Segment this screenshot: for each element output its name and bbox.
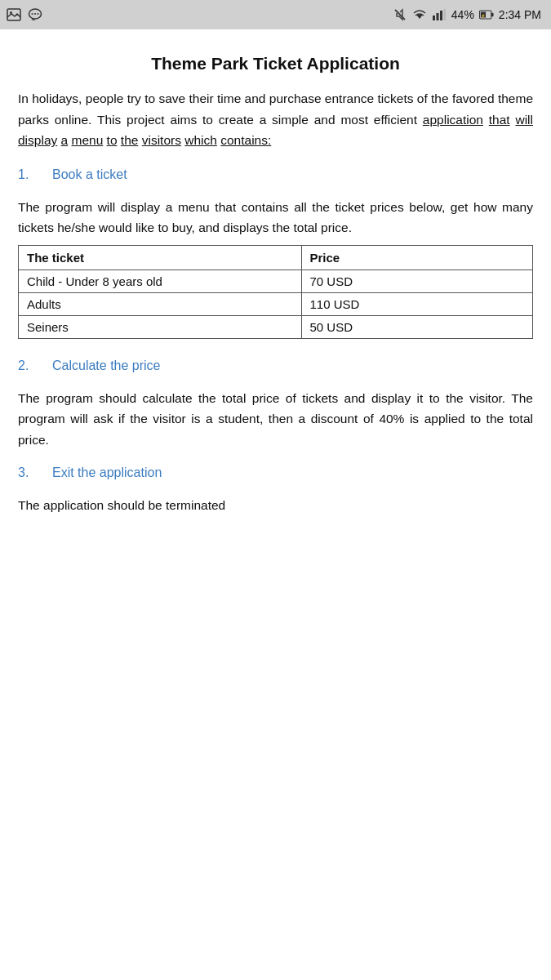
image-icon (7, 7, 21, 22)
battery-icon: ⚡ (479, 7, 494, 22)
table-row: Adults 110 USD (19, 292, 533, 315)
signal-icon (432, 7, 447, 22)
section1-label: Book a ticket (52, 167, 127, 182)
ticket-price-3: 50 USD (301, 315, 533, 338)
section1-description: The program will display a menu that con… (18, 197, 533, 238)
section1-heading: 1. Book a ticket (18, 167, 533, 182)
page-title: Theme Park Ticket Application (18, 54, 533, 74)
svg-rect-11 (443, 9, 446, 20)
svg-rect-13 (491, 13, 494, 17)
ticket-price-2: 110 USD (301, 292, 533, 315)
ticket-table: The ticket Price Child - Under 8 years o… (18, 245, 533, 339)
section2-label: Calculate the price (52, 359, 161, 373)
status-bar-left (7, 7, 42, 22)
section1-number: 1. (18, 167, 38, 182)
ticket-price-1: 70 USD (301, 270, 533, 292)
svg-rect-9 (436, 13, 438, 20)
ticket-type-3: Seiners (19, 315, 302, 338)
table-header-ticket: The ticket (19, 245, 302, 270)
chat-icon (28, 7, 42, 22)
battery-percent: 44% (451, 8, 474, 21)
status-bar: 44% ⚡ 2:34 PM (0, 0, 551, 29)
section3-label: Exit the application (52, 466, 162, 480)
wifi-icon (412, 7, 427, 22)
svg-point-4 (34, 13, 36, 15)
status-bar-right: 44% ⚡ 2:34 PM (393, 7, 541, 22)
section2-heading: 2. Calculate the price (18, 359, 533, 373)
intro-paragraph: In holidays, people try to save their ti… (18, 88, 533, 151)
section3-number: 3. (18, 466, 38, 480)
section2-number: 2. (18, 359, 38, 373)
svg-text:⚡: ⚡ (481, 13, 486, 19)
svg-point-5 (38, 13, 39, 15)
table-row: Child - Under 8 years old 70 USD (19, 270, 533, 292)
mute-icon (393, 7, 407, 22)
section2-description: The program should calculate the total p… (18, 388, 533, 451)
ticket-type-2: Adults (19, 292, 302, 315)
main-content: Theme Park Ticket Application In holiday… (0, 29, 551, 559)
section3-heading: 3. Exit the application (18, 466, 533, 480)
svg-rect-10 (440, 11, 442, 20)
svg-marker-7 (416, 15, 423, 19)
ticket-type-1: Child - Under 8 years old (19, 270, 302, 292)
status-time: 2:34 PM (499, 8, 541, 21)
table-header-row: The ticket Price (19, 245, 533, 270)
svg-point-3 (32, 13, 33, 15)
table-row: Seiners 50 USD (19, 315, 533, 338)
svg-rect-8 (433, 16, 435, 20)
table-header-price: Price (301, 245, 533, 270)
section3-description: The application should be terminated (18, 495, 533, 516)
